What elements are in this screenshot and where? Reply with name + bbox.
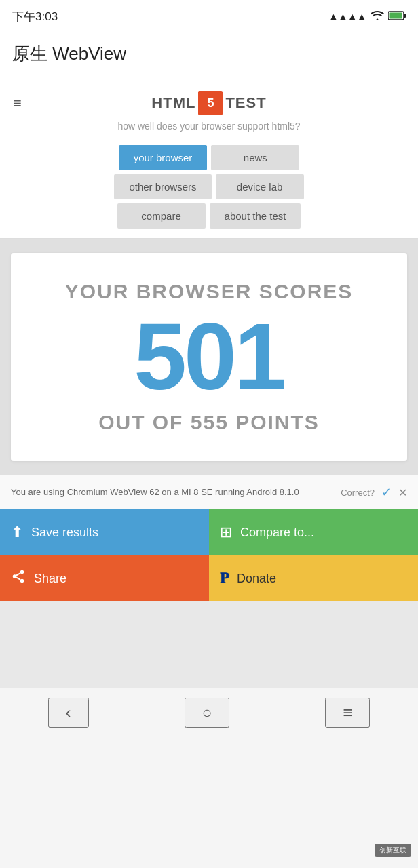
browser-info-bar: You are using Chromium WebView 62 on a M… bbox=[0, 475, 418, 509]
compare-icon: ⊞ bbox=[220, 524, 232, 541]
nav-row-3: compare about the test bbox=[117, 203, 301, 229]
nav-buttons: your browser news other browsers device … bbox=[0, 140, 418, 238]
status-bar: 下午3:03 ▲▲▲▲ bbox=[0, 0, 418, 33]
nav-row-1: your browser news bbox=[119, 145, 300, 170]
watermark: 创新互联 bbox=[375, 844, 411, 857]
score-number: 501 bbox=[24, 309, 394, 404]
score-card: YOUR BROWSER SCORES 501 OUT OF 555 POINT… bbox=[11, 253, 407, 461]
svg-rect-1 bbox=[404, 14, 406, 18]
check-icon[interactable]: ✓ bbox=[381, 485, 392, 500]
compare-label: Compare to... bbox=[240, 526, 314, 540]
nav-news[interactable]: news bbox=[211, 145, 299, 170]
share-icon bbox=[11, 569, 26, 588]
nav-your-browser[interactable]: your browser bbox=[119, 145, 208, 170]
svg-point-5 bbox=[20, 579, 24, 583]
score-section: YOUR BROWSER SCORES 501 OUT OF 555 POINT… bbox=[0, 239, 418, 475]
app-title: 原生 WebView bbox=[12, 42, 406, 66]
nav-header: ≡ HTML 5 TEST bbox=[0, 85, 418, 118]
nav-other-browsers[interactable]: other browsers bbox=[114, 174, 211, 199]
hamburger-icon[interactable]: ≡ bbox=[14, 96, 22, 111]
webview-container: ≡ HTML 5 TEST how well does your browser… bbox=[0, 77, 418, 688]
app-header: 原生 WebView bbox=[0, 33, 418, 77]
html5-logo: HTML 5 TEST bbox=[151, 91, 266, 115]
donate-label: Donate bbox=[237, 572, 276, 586]
html5test-nav: ≡ HTML 5 TEST how well does your browser… bbox=[0, 77, 418, 239]
donate-icon: 𝐏 bbox=[220, 570, 229, 587]
status-time: 下午3:03 bbox=[12, 9, 58, 24]
browser-info-text: You are using Chromium WebView 62 on a M… bbox=[11, 486, 341, 498]
score-label-top: YOUR BROWSER SCORES bbox=[24, 280, 394, 302]
signal-icon: ▲▲▲▲ bbox=[329, 11, 366, 22]
save-icon: ⬆ bbox=[11, 524, 23, 541]
svg-line-7 bbox=[16, 573, 20, 576]
html5-text-test: TEST bbox=[225, 94, 266, 112]
html5-badge: 5 bbox=[198, 91, 223, 115]
back-button[interactable]: ‹ bbox=[48, 698, 89, 728]
menu-button[interactable]: ≡ bbox=[325, 698, 370, 728]
donate-button[interactable]: 𝐏 Donate bbox=[209, 555, 418, 601]
bottom-nav: ‹ ○ ≡ bbox=[0, 688, 418, 737]
svg-line-6 bbox=[16, 577, 20, 580]
home-button[interactable]: ○ bbox=[185, 698, 230, 728]
browser-info-actions: Correct? ✓ ✕ bbox=[341, 485, 407, 500]
svg-point-4 bbox=[13, 574, 17, 578]
battery-icon bbox=[388, 11, 406, 22]
nav-device-lab[interactable]: device lab bbox=[216, 174, 304, 199]
share-label: Share bbox=[34, 572, 66, 586]
action-buttons: ⬆ Save results ⊞ Compare to... Share 𝐏 D… bbox=[0, 509, 418, 601]
nav-subtitle: how well does your browser support html5… bbox=[0, 118, 418, 140]
score-label-bottom: OUT OF 555 POINTS bbox=[24, 411, 394, 434]
nav-row-2: other browsers device lab bbox=[114, 174, 303, 199]
wifi-icon bbox=[370, 11, 384, 22]
svg-rect-2 bbox=[390, 12, 402, 18]
html5-text-html: HTML bbox=[151, 94, 195, 112]
nav-about-test[interactable]: about the test bbox=[210, 203, 301, 229]
nav-compare[interactable]: compare bbox=[117, 203, 206, 229]
share-button[interactable]: Share bbox=[0, 555, 209, 601]
save-label: Save results bbox=[31, 526, 98, 540]
close-icon[interactable]: ✕ bbox=[398, 486, 407, 499]
correct-label: Correct? bbox=[341, 488, 375, 498]
status-icons: ▲▲▲▲ bbox=[329, 11, 406, 22]
save-button[interactable]: ⬆ Save results bbox=[0, 509, 209, 555]
svg-point-3 bbox=[20, 570, 24, 574]
compare-button[interactable]: ⊞ Compare to... bbox=[209, 509, 418, 555]
